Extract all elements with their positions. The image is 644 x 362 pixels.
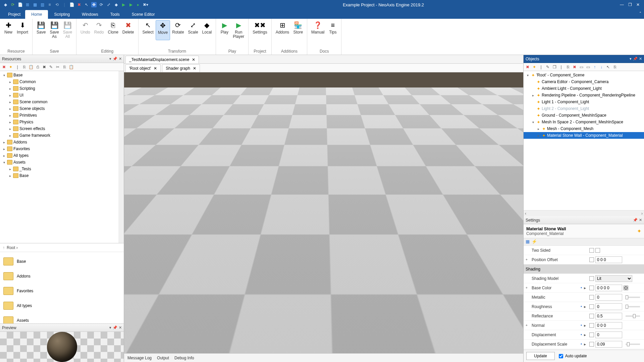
color-swatch[interactable] <box>589 342 594 347</box>
ribbon-tab-tools[interactable]: Tools <box>104 10 126 19</box>
tool-icon[interactable]: ✂ <box>55 64 60 70</box>
tree-twisty-icon[interactable]: ▸ <box>8 134 12 137</box>
tree-node[interactable]: ▾Assets <box>0 159 118 166</box>
property-value-input[interactable] <box>595 303 622 310</box>
tool-icon[interactable]: ⎘ <box>565 64 571 70</box>
object-tree-node[interactable]: ▸✦Rendering Pipeline - Component_Renderi… <box>524 92 644 99</box>
tree-node[interactable]: ▸Favorites <box>0 145 118 152</box>
scene-viewport[interactable] <box>124 72 523 353</box>
tool-icon[interactable]: ▭ <box>579 64 584 70</box>
auto-update-checkbox[interactable]: Auto update <box>559 354 587 358</box>
property-value-input[interactable] <box>595 331 622 338</box>
color-swatch[interactable] <box>589 323 594 328</box>
tree-twisty-icon[interactable]: ▾ <box>2 161 6 164</box>
tree-node[interactable]: ▸Addons <box>0 139 118 145</box>
scrollbar[interactable] <box>118 71 124 243</box>
tree-node[interactable]: ▸UI <box>0 92 118 99</box>
keyed-indicator-icon[interactable]: • <box>580 304 583 309</box>
object-tree-node[interactable]: ▸✦Material Stone Wall - Component_Materi… <box>524 132 644 139</box>
redo-button[interactable]: ↷Redo <box>92 20 106 40</box>
tool-icon[interactable]: 📋 <box>28 64 34 70</box>
object-tree-node[interactable]: ✦Ambient Light - Component_Light <box>524 85 644 92</box>
color-swatch[interactable] <box>589 257 594 262</box>
document-tab[interactable]: _TestMaterialDisplacement.scene ✕ <box>125 56 199 63</box>
scale-button[interactable]: ⤢Scale <box>186 20 200 40</box>
tree-node[interactable]: ▸All types <box>0 152 118 159</box>
color-swatch[interactable] <box>589 286 594 290</box>
addons-button[interactable]: ⊞Addons <box>274 20 291 40</box>
ribbon-tab-scene-editor[interactable]: Scene Editor <box>126 10 161 19</box>
store-button[interactable]: 🏪Store <box>291 20 305 40</box>
qa-icon[interactable]: ⤢ <box>106 2 111 7</box>
qa-icon[interactable]: ✖ <box>76 2 82 7</box>
close-panel-icon[interactable]: ✕ <box>639 218 642 222</box>
property-value-input[interactable] <box>595 294 622 301</box>
property-slider[interactable] <box>626 344 640 345</box>
tool-icon[interactable]: ✖ <box>525 64 530 70</box>
tool-icon[interactable]: ✖ <box>1 64 7 70</box>
qa-icon[interactable]: ⟲ <box>54 2 60 7</box>
close-panel-icon[interactable]: ✕ <box>119 57 122 61</box>
tree-twisty-icon[interactable]: ▸ <box>531 94 535 97</box>
keyed-indicator-icon[interactable]: • <box>580 342 583 347</box>
property-slider[interactable] <box>626 297 640 298</box>
tree-twisty-icon[interactable]: ▸ <box>8 94 12 97</box>
close-button[interactable]: ✕ <box>635 2 641 7</box>
close-tab-icon[interactable]: ✕ <box>193 66 196 71</box>
color-swatch[interactable] <box>589 304 594 309</box>
tree-twisty-icon[interactable]: ▸ <box>8 167 12 171</box>
color-swatch[interactable] <box>589 295 594 300</box>
object-tree-node[interactable]: ✦Light 2 - Component_Light <box>524 105 644 112</box>
manual-button[interactable]: ❓Manual <box>309 20 326 40</box>
save-as-button[interactable]: 💾SaveAs <box>48 20 61 40</box>
tree-twisty-icon[interactable]: ▸ <box>8 114 12 117</box>
pin-icon[interactable]: 📌 <box>633 57 638 61</box>
object-tree-node[interactable]: ✦Camera Editor - Component_Camera <box>524 78 644 85</box>
dropdown-icon[interactable]: ▾ <box>109 57 111 61</box>
tree-node[interactable]: ▸Game framework <box>0 132 118 139</box>
tree-node[interactable]: ▾Base <box>0 72 118 78</box>
status-tab-message-log[interactable]: Message Log <box>127 356 152 360</box>
tree-node[interactable]: ▸Scene objects <box>0 105 118 112</box>
object-tree-node[interactable]: ▾✦Mesh In Space 2 - Component_MeshInSpac… <box>524 119 644 125</box>
qa-icon[interactable]: ▦ <box>32 2 38 7</box>
object-tree-node[interactable]: ▾✦'Root' - Component_Scene <box>524 72 644 78</box>
tool-icon[interactable]: ↑ <box>592 64 597 70</box>
tool-icon[interactable]: ⎘ <box>21 64 27 70</box>
folder-item[interactable]: Base <box>2 254 122 269</box>
minimize-button[interactable]: — <box>619 2 625 7</box>
qa-icon[interactable]: ✥ <box>91 2 97 7</box>
tool-icon[interactable]: ⎘ <box>62 64 67 70</box>
folder-item[interactable]: Favorites <box>2 284 122 298</box>
tool-icon[interactable]: ✎ <box>545 64 550 70</box>
project-menu[interactable]: Project <box>3 10 25 19</box>
tree-node[interactable]: ▸_Tests <box>0 166 118 172</box>
tool-icon[interactable]: ↖ <box>605 64 611 70</box>
property-menu-icon[interactable]: ▸ <box>584 286 588 290</box>
tree-twisty-icon[interactable]: ▾ <box>526 73 530 77</box>
qa-icon[interactable]: ▸ <box>136 2 141 7</box>
tree-twisty-icon[interactable]: ▸ <box>2 140 6 144</box>
texture-swatch[interactable] <box>624 286 628 290</box>
tree-node[interactable]: ▸Primitives <box>0 112 118 119</box>
tree-twisty-icon[interactable]: ▸ <box>8 120 12 124</box>
qa-icon[interactable]: ↖ <box>84 2 89 7</box>
close-panel-icon[interactable]: ✕ <box>119 325 122 330</box>
import-button[interactable]: ⬇Import <box>15 20 30 40</box>
delete-button[interactable]: ✖Delete <box>120 20 136 40</box>
close-tab-icon[interactable]: ✕ <box>192 57 195 62</box>
qa-icon[interactable]: 📄 <box>69 2 74 7</box>
tips-button[interactable]: ≡Tips <box>326 20 339 40</box>
property-slider[interactable] <box>626 315 640 317</box>
property-slider[interactable] <box>626 306 640 307</box>
property-menu-icon[interactable]: ▸ <box>584 342 588 347</box>
dropdown-icon[interactable]: ▾ <box>630 57 632 61</box>
dropdown-icon[interactable]: ▾ <box>109 325 111 330</box>
property-menu-icon[interactable]: ▸ <box>584 333 588 337</box>
undo-button[interactable]: ↶Undo <box>78 20 92 40</box>
folder-item[interactable]: All types <box>2 298 122 313</box>
qa-icon[interactable]: ◆ <box>3 2 8 7</box>
tool-icon[interactable]: ❐ <box>552 64 557 70</box>
color-swatch[interactable] <box>589 333 594 337</box>
rotate-button[interactable]: ⟳Rotate <box>170 20 186 40</box>
